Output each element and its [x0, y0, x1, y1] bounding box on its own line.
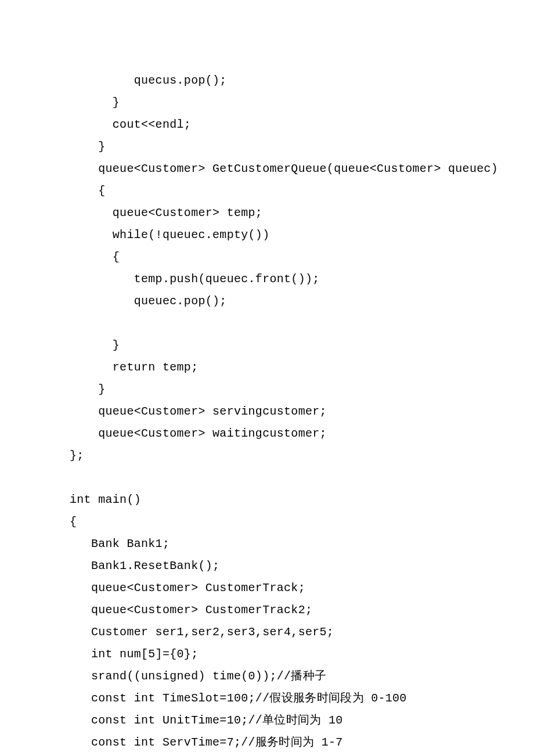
code-line: queue<Customer> temp; [70, 202, 534, 224]
code-line: while(!queuec.empty()) [70, 224, 534, 246]
code-line: const int TimeSlot=100;//假设服务时间段为 0-100 [70, 687, 534, 710]
code-line: } [70, 92, 534, 114]
code-line: queue<Customer> GetCustomerQueue(queue<C… [70, 158, 534, 180]
code-block: quecus.pop(); } cout<<endl; } queue<Cust… [70, 70, 534, 754]
code-line: return temp; [70, 357, 534, 379]
code-line [70, 467, 534, 489]
code-line: const int UnitTime=10;//单位时间为 10 [70, 710, 534, 732]
code-line: queue<Customer> servingcustomer; [70, 401, 534, 423]
code-line: { [70, 246, 534, 268]
code-line: } [70, 334, 534, 357]
code-line: Bank Bank1; [70, 533, 534, 555]
code-line: temp.push(queuec.front()); [70, 268, 534, 290]
code-line: srand((unsigned) time(0));//播种子 [70, 665, 534, 687]
code-line: } [70, 379, 534, 401]
code-line: queuec.pop(); [70, 290, 534, 312]
code-line: Bank1.ResetBank(); [70, 555, 534, 577]
code-line: { [70, 511, 534, 533]
code-line: Customer ser1,ser2,ser3,ser4,ser5; [70, 621, 534, 643]
code-line [70, 312, 534, 334]
document-page: quecus.pop(); } cout<<endl; } queue<Cust… [0, 0, 534, 756]
code-line: queue<Customer> CustomerTrack2; [70, 599, 534, 621]
code-line: const int ServTime=7;//服务时间为 1-7 [70, 732, 534, 754]
code-line: } [70, 136, 534, 158]
code-line: { [70, 180, 534, 202]
code-line: }; [70, 445, 534, 467]
code-line: int num[5]={0}; [70, 643, 534, 665]
code-line: queue<Customer> waitingcustomer; [70, 423, 534, 445]
code-line: quecus.pop(); [70, 70, 534, 92]
code-line: int main() [70, 489, 534, 511]
code-line: cout<<endl; [70, 114, 534, 136]
code-line: queue<Customer> CustomerTrack; [70, 577, 534, 599]
